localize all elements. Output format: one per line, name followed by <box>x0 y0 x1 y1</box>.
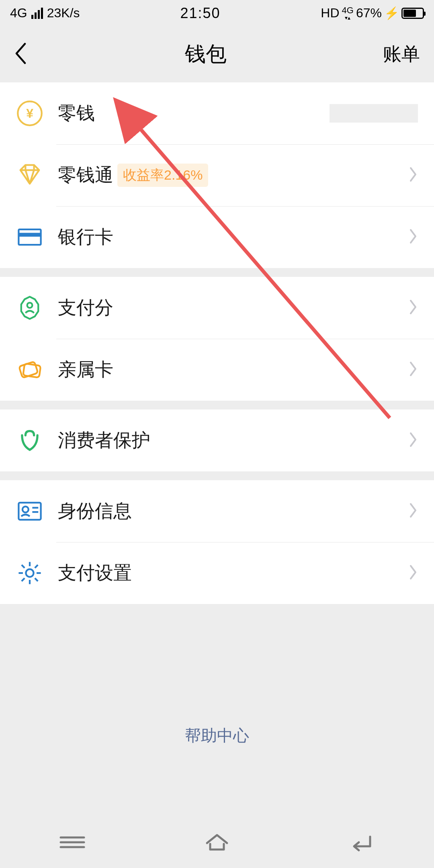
row-familycard[interactable]: 亲属卡 <box>0 339 434 401</box>
balance-label: 零钱 <box>58 101 95 126</box>
status-left: 4G 23K/s <box>10 6 80 20</box>
payscore-label: 支付分 <box>58 295 113 320</box>
chevron-right-icon <box>408 564 418 582</box>
chevron-right-icon <box>408 502 418 520</box>
svg-line-19 <box>22 578 25 581</box>
lqt-badge: 收益率2.16% <box>117 164 208 187</box>
row-identity[interactable]: 身份信息 <box>0 480 434 542</box>
svg-line-17 <box>35 578 38 581</box>
page-title: 钱包 <box>185 40 227 68</box>
lqt-label: 零钱通 <box>58 163 113 188</box>
section-consumer: 消费者保护 <box>0 409 434 471</box>
help-center-link[interactable]: 帮助中心 <box>185 727 249 744</box>
svg-point-4 <box>27 303 33 308</box>
yen-coin-icon: ¥ <box>16 100 43 127</box>
gear-icon <box>16 559 43 587</box>
row-balance[interactable]: ¥ 零钱 <box>0 82 434 144</box>
familycard-icon <box>16 356 43 383</box>
chevron-right-icon <box>408 228 418 246</box>
svg-rect-2 <box>18 229 41 245</box>
recent-apps-button[interactable] <box>57 832 88 854</box>
balance-value-redacted <box>330 104 418 123</box>
battery-percent: 67% <box>356 6 382 20</box>
status-time: 21:50 <box>180 5 220 22</box>
hd-label: HD <box>321 6 339 20</box>
row-bankcard[interactable]: 银行卡 <box>0 206 434 268</box>
svg-point-8 <box>23 506 29 512</box>
settings-label: 支付设置 <box>58 561 132 585</box>
svg-text:¥: ¥ <box>26 106 33 121</box>
network-speed: 23K/s <box>47 6 80 20</box>
svg-line-18 <box>35 565 38 568</box>
bankcard-label: 银行卡 <box>58 225 113 250</box>
bills-button[interactable]: 账单 <box>383 42 420 67</box>
row-consumer[interactable]: 消费者保护 <box>0 409 434 471</box>
status-right: HD 4G ▾▴ 67% ⚡ <box>321 6 424 20</box>
consumer-protect-icon <box>16 427 43 454</box>
svg-point-11 <box>26 569 33 577</box>
section-balance: ¥ 零钱 零钱通 收益率2.16% 银行卡 <box>0 82 434 268</box>
familycard-label: 亲属卡 <box>58 357 113 382</box>
signal2-label: 4G <box>342 6 354 15</box>
consumer-label: 消费者保护 <box>58 428 150 453</box>
charging-icon: ⚡ <box>384 6 399 20</box>
back-button[interactable] <box>14 43 29 66</box>
row-lqt[interactable]: 零钱通 收益率2.16% <box>0 144 434 206</box>
svg-line-16 <box>22 565 25 568</box>
row-payscore[interactable]: 支付分 <box>0 277 434 339</box>
battery-icon <box>401 8 424 19</box>
svg-rect-3 <box>18 233 41 237</box>
back-system-button[interactable] <box>346 832 377 854</box>
signal-icon <box>31 8 43 19</box>
status-bar: 4G 23K/s 21:50 HD 4G ▾▴ 67% ⚡ <box>0 0 434 26</box>
system-nav-bar <box>0 818 434 868</box>
chevron-right-icon <box>408 299 418 317</box>
identity-label: 身份信息 <box>58 499 132 524</box>
chevron-right-icon <box>408 361 418 379</box>
payscore-icon <box>16 294 43 321</box>
chevron-right-icon <box>408 166 418 184</box>
home-button[interactable] <box>201 832 233 854</box>
network-label: 4G <box>10 6 27 20</box>
identity-icon <box>16 497 43 525</box>
section-settings: 身份信息 支付设置 <box>0 480 434 604</box>
row-settings[interactable]: 支付设置 <box>0 542 434 604</box>
bankcard-icon <box>16 223 43 251</box>
footer: 帮助中心 <box>0 604 434 747</box>
diamond-icon <box>16 162 43 189</box>
section-pay: 支付分 亲属卡 <box>0 277 434 401</box>
nav-bar: 钱包 账单 <box>0 26 434 82</box>
chevron-right-icon <box>408 432 418 449</box>
